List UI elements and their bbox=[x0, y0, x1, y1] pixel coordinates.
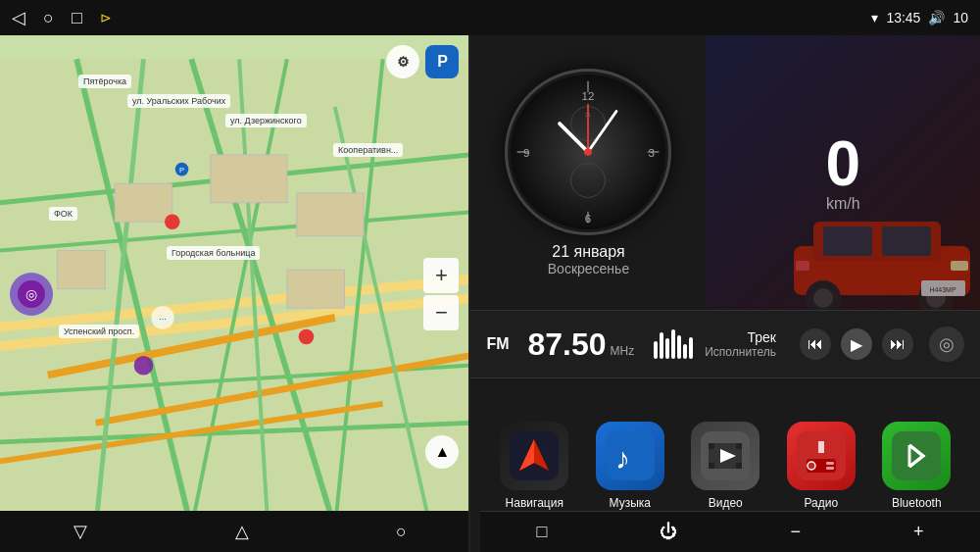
fm-frequency: 87.50 MHz bbox=[527, 326, 634, 363]
wifi-icon: ▾ bbox=[871, 10, 878, 25]
map-label-6: Городская больница bbox=[167, 246, 260, 260]
music-icon-svg: ♪ bbox=[606, 431, 655, 480]
prev-track-button[interactable]: ⏮ bbox=[800, 328, 831, 360]
svg-text:12: 12 bbox=[582, 90, 595, 102]
zoom-in-button[interactable]: + bbox=[423, 258, 459, 293]
car-image-svg: Н443МР bbox=[784, 192, 980, 310]
app-video[interactable]: Видео bbox=[691, 422, 760, 510]
map-panel: ··· P ул. Уральских Рабочих ул. Дзержинс… bbox=[0, 35, 470, 552]
svg-rect-65 bbox=[709, 463, 714, 469]
bluetooth-icon-svg bbox=[892, 431, 941, 480]
svg-text:3: 3 bbox=[649, 147, 655, 159]
svg-rect-19 bbox=[297, 193, 364, 236]
map-top-controls: ⚙ P bbox=[386, 45, 459, 78]
alice-inner: ◎ bbox=[18, 280, 45, 308]
map-parking-button[interactable]: P bbox=[425, 45, 459, 78]
back-button[interactable]: ◁ bbox=[12, 7, 25, 28]
android-back[interactable]: ▽ bbox=[74, 521, 87, 542]
home-button[interactable]: ○ bbox=[43, 8, 54, 28]
map-settings-button[interactable]: ⚙ bbox=[386, 45, 419, 78]
bluetooth-label: Bluetooth bbox=[892, 496, 942, 510]
right-panel: 12 6 9 3 bbox=[470, 35, 980, 552]
svg-rect-74 bbox=[826, 467, 834, 470]
eq-bar-3 bbox=[665, 338, 669, 359]
svg-rect-20 bbox=[58, 251, 106, 289]
zoom-out-button[interactable]: − bbox=[423, 295, 459, 330]
svg-text:9: 9 bbox=[524, 147, 530, 159]
svg-rect-66 bbox=[736, 443, 742, 449]
svg-rect-0 bbox=[0, 59, 468, 527]
nav4-button[interactable]: ⊳ bbox=[100, 10, 112, 25]
clock-section: 12 6 9 3 bbox=[470, 35, 706, 310]
date-display: 21 января bbox=[548, 243, 629, 261]
eq-bar-1 bbox=[654, 341, 658, 359]
map-label-3: Кооперативн... bbox=[333, 143, 403, 157]
track-artist: Исполнитель bbox=[705, 345, 776, 359]
fm-section: FM 87.50 MHz Трек Исполнитель bbox=[470, 310, 980, 378]
svg-point-23 bbox=[299, 329, 315, 345]
svg-rect-64 bbox=[709, 443, 714, 449]
eq-bar-6 bbox=[683, 344, 687, 359]
bottom-square-button[interactable]: □ bbox=[525, 516, 560, 548]
alice-voice-button[interactable]: ◎ bbox=[10, 273, 53, 316]
recents-button[interactable]: □ bbox=[72, 8, 82, 28]
map-label-7: Успенский просп. bbox=[59, 325, 139, 338]
track-name: Трек bbox=[705, 329, 776, 345]
svg-text:P: P bbox=[179, 166, 184, 175]
app-navigation[interactable]: Навигация bbox=[500, 422, 568, 510]
map-background: ··· P ул. Уральских Рабочих ул. Дзержинс… bbox=[0, 35, 468, 552]
fm-band-label: FM bbox=[486, 335, 515, 353]
svg-rect-53 bbox=[951, 261, 968, 271]
radio-icon-svg bbox=[797, 431, 846, 480]
speed-value: 0 bbox=[825, 132, 860, 195]
svg-rect-17 bbox=[115, 183, 172, 222]
svg-point-22 bbox=[165, 214, 180, 229]
map-label-5: ФОК bbox=[49, 207, 77, 221]
svg-rect-60 bbox=[606, 431, 655, 480]
svg-text:···: ··· bbox=[159, 313, 167, 324]
map-label-1: ул. Уральских Рабочих bbox=[127, 94, 230, 108]
android-home[interactable]: △ bbox=[235, 521, 249, 542]
android-recents[interactable]: ○ bbox=[396, 522, 407, 542]
bluetooth-icon bbox=[882, 422, 951, 490]
top-right-section: 12 6 9 3 bbox=[470, 35, 980, 310]
map-label-4: Пятёрочка bbox=[78, 75, 131, 88]
volume-icon: 🔊 bbox=[928, 10, 945, 25]
day-display: Воскресенье bbox=[548, 261, 629, 276]
svg-rect-21 bbox=[287, 270, 345, 308]
svg-rect-71 bbox=[818, 441, 824, 453]
svg-text:Н443МР: Н443МР bbox=[929, 286, 956, 293]
zoom-controls: + − bbox=[423, 258, 459, 330]
nav-icons: ◁ ○ □ ⊳ bbox=[12, 7, 112, 28]
music-label: Музыка bbox=[610, 496, 651, 510]
bottom-minus-button[interactable]: − bbox=[778, 516, 812, 548]
video-label: Видео bbox=[709, 496, 743, 510]
svg-text:6: 6 bbox=[585, 213, 591, 225]
next-track-button[interactable]: ⏭ bbox=[882, 328, 913, 360]
svg-rect-18 bbox=[211, 155, 287, 203]
eq-bar-4 bbox=[671, 329, 675, 359]
fm-unit: MHz bbox=[611, 344, 635, 358]
bottom-nav-bar: □ ⏻ − + bbox=[480, 511, 980, 552]
svg-rect-69 bbox=[797, 431, 846, 480]
bottom-power-button[interactable]: ⏻ bbox=[648, 516, 689, 548]
status-right: ▾ 13:45 🔊 10 bbox=[871, 10, 968, 25]
svg-point-72 bbox=[808, 462, 815, 470]
bottom-plus-button[interactable]: + bbox=[902, 516, 936, 548]
clock-date: 21 января Воскресенье bbox=[548, 243, 629, 276]
eq-bar-5 bbox=[677, 335, 681, 359]
app-bluetooth[interactable]: Bluetooth bbox=[882, 422, 951, 510]
speed-section: Н443МР 0 km/h bbox=[706, 35, 980, 310]
eq-bar-2 bbox=[660, 332, 663, 359]
app-radio[interactable]: Радио bbox=[787, 422, 856, 510]
audio-source-button[interactable]: ◎ bbox=[929, 326, 964, 362]
music-icon: ♪ bbox=[596, 422, 664, 490]
fm-equalizer bbox=[654, 329, 693, 359]
nav-icon-svg bbox=[510, 431, 559, 480]
video-icon-svg bbox=[701, 431, 750, 480]
playback-controls: ⏮ ▶ ⏭ bbox=[800, 328, 913, 360]
play-pause-button[interactable]: ▶ bbox=[841, 328, 872, 360]
svg-point-50 bbox=[813, 288, 833, 308]
speed-display: 0 km/h bbox=[825, 132, 860, 213]
app-music[interactable]: ♪ Музыка bbox=[596, 422, 664, 510]
